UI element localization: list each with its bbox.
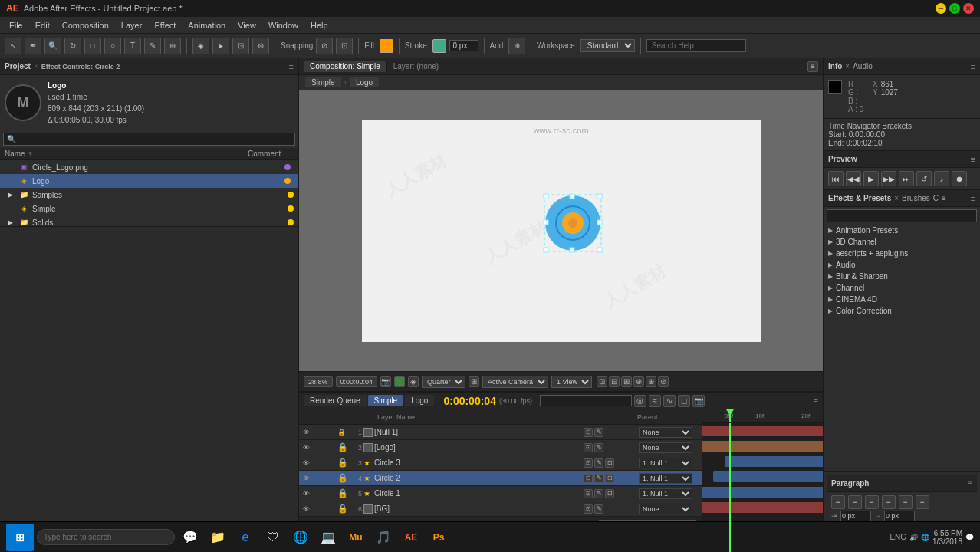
para-indent-left[interactable] [840,511,871,521]
search-help-input[interactable] [646,39,746,52]
comp-time-btn[interactable]: 0:00:00:04 [336,376,378,387]
comp-camera-select[interactable]: Active Camera [482,376,548,388]
tl-parent-select-1[interactable]: None [639,427,692,438]
tl-parent-select-6[interactable]: None [639,504,692,514]
para-align-center[interactable]: ≡ [848,495,862,509]
timeline-search-input[interactable] [540,395,632,406]
brushes-tab[interactable]: Brushes [902,194,930,202]
eff-cat-aescripts[interactable]: ▶ aescripts + aeplugins [824,248,980,259]
para-justify-all[interactable]: ≡ [916,495,929,509]
comp-quality-select[interactable]: Quarter [422,376,465,388]
tl-parent-select-2[interactable]: None [639,442,692,453]
para-word-spacing[interactable] [884,511,915,521]
tool-brush[interactable]: ✎ [144,38,161,54]
prev-step-fwd[interactable]: ▶▶ [881,171,896,186]
comp-extra1[interactable]: ⊡ [597,376,607,387]
file-item-logo[interactable]: ◈ Logo [0,174,298,188]
task-icon-edge[interactable]: e [233,525,258,550]
file-item-samples[interactable]: ▶ 📁 Samples [0,188,298,202]
eff-cat-audio[interactable]: ▶ Audio [824,259,980,271]
tl-parent-select-5[interactable]: 1. Null 1 [639,488,692,499]
workspace-select[interactable]: Standard [580,39,635,52]
taskbar-search[interactable] [37,529,175,545]
tool-shape-ellipse[interactable]: ○ [104,38,121,54]
file-item-simple[interactable]: ◈ Simple [0,202,298,215]
tl-layer-circle1[interactable]: 👁 🔒 5 ★ Circle 1 ⊡ ✎ ⊡ [299,486,702,501]
tl-lock-2[interactable]: 🔒 [337,442,348,452]
stroke-value[interactable] [449,40,478,51]
para-align-left[interactable]: ≡ [831,495,845,509]
tool-extra3[interactable]: ⊡ [232,38,249,54]
task-icon-ae[interactable]: AE [399,525,423,550]
prev-last[interactable]: ⏭ [899,171,914,186]
effects-menu[interactable]: ≡ [971,194,975,203]
eff-cat-animation[interactable]: ▶ Animation Presets [824,225,980,236]
tl-vis-6[interactable]: 👁 [301,504,311,514]
minimize-btn[interactable]: ─ [936,3,946,14]
tool-shape-rect[interactable]: □ [84,38,101,54]
file-item-solids[interactable]: ▶ 📁 Solids [0,215,298,226]
tl-sw2-1[interactable]: ✎ [594,428,603,437]
tl-vis-5[interactable]: 👁 [301,488,311,499]
project-search-input[interactable] [3,133,295,146]
comp-3d-btn[interactable]: ◈ [408,376,419,387]
audio-tab[interactable]: Audio [853,62,873,71]
tool-rotate[interactable]: ↻ [64,38,81,54]
menu-composition[interactable]: Composition [56,19,115,31]
tl-lock-5[interactable]: 🔒 [337,488,348,498]
tool-extra4[interactable]: ⊛ [252,38,269,54]
task-icon-ps[interactable]: Ps [426,525,451,550]
menu-effect[interactable]: Effect [148,19,182,31]
tl-sw1-2[interactable]: ⊡ [584,443,593,452]
task-icon-music[interactable]: 🎵 [371,525,396,550]
menu-file[interactable]: File [3,19,29,31]
task-icon-chat[interactable]: 💬 [178,525,202,550]
tl-parent-select-3[interactable]: 1. Null 1 [639,458,692,468]
add-btn[interactable]: ⊕ [508,38,525,54]
start-button[interactable]: ⊞ [6,524,34,551]
task-icon-monitor[interactable]: 💻 [316,525,340,550]
comp-tab-simple[interactable]: Composition: Simple [304,61,387,72]
task-notif[interactable]: 💬 [965,534,974,541]
breadcrumb-logo[interactable]: Logo [350,77,379,87]
prev-record[interactable]: ⏺ [952,171,967,186]
prev-play[interactable]: ▶ [863,171,879,186]
tl-sw2-6[interactable]: ✎ [594,504,603,514]
close-btn[interactable]: ✕ [963,3,974,14]
tl-tab-logo[interactable]: Logo [405,395,434,406]
comp-color-btn[interactable] [394,376,405,387]
para-justify-center[interactable]: ≡ [899,495,913,509]
prev-audio[interactable]: ♪ [934,171,949,186]
tl-sw1-3[interactable]: ⊡ [584,458,593,468]
tl-vis-1[interactable]: 👁 [301,427,311,438]
para-align-right[interactable]: ≡ [865,495,879,509]
tl-tab-simple[interactable]: Simple [368,395,404,406]
tl-sw3-4[interactable]: ⊡ [605,474,614,483]
tl-sw1-4[interactable]: ⊡ [584,474,593,483]
tl-vis-2[interactable]: 👁 [301,442,311,453]
comp-extra3[interactable]: ⊞ [621,376,632,387]
tl-lock-6[interactable]: 🔒 [337,504,348,514]
tl-layer-logo[interactable]: 👁 🔒 2 [Logo] ⊡ ✎ None [299,440,702,455]
tl-sw2-2[interactable]: ✎ [594,443,603,452]
menu-animation[interactable]: Animation [182,19,232,31]
tl-vis-3[interactable]: 👁 [301,458,311,468]
eff-cat-blur[interactable]: ▶ Blur & Sharpen [824,271,980,282]
tool-select[interactable]: ↖ [5,38,21,54]
info-tab[interactable]: Info [828,62,842,71]
info-menu[interactable]: ≡ [971,62,975,71]
preview-menu[interactable]: ≡ [971,155,975,164]
tl-lock-4[interactable]: 🔒 [337,473,348,483]
comp-extra6[interactable]: ⊘ [658,376,669,387]
tl-motion-btn[interactable]: ≈ [649,395,661,407]
tl-sw1-6[interactable]: ⊡ [584,504,593,514]
tl-sw2-4[interactable]: ✎ [594,474,603,483]
stroke-color[interactable] [432,39,446,53]
tl-sw2-3[interactable]: ✎ [594,458,603,468]
task-icon-files[interactable]: 📁 [206,525,230,550]
tl-lock-1[interactable]: 🔒 [337,429,348,436]
comp-extra2[interactable]: ⊟ [609,376,620,387]
para-justify-left[interactable]: ≡ [882,495,896,509]
menu-layer[interactable]: Layer [115,19,149,31]
menu-window[interactable]: Window [262,19,304,31]
